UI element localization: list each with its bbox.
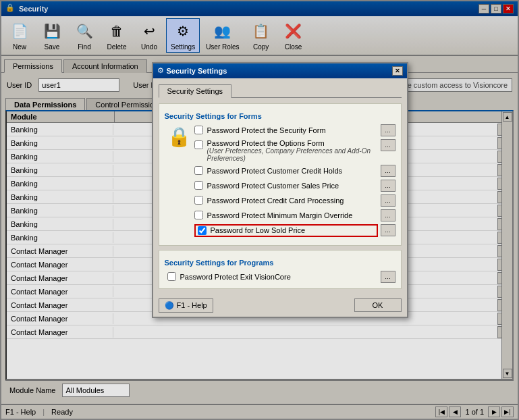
main-window: 🔒 Security ─ □ ✕ 📄 New 💾 Save 🔍 Find 🗑 D… [0,0,519,420]
pp-options-more-btn[interactable]: … [381,139,395,151]
modal-footer: 🔵 F1 - Help OK [153,294,407,317]
section-programs-label: Security Settings for Programs [165,259,395,267]
pp-options-checkbox[interactable] [194,140,203,149]
modal-help-btn[interactable]: 🔵 F1 - Help [159,298,213,313]
checkbox-row-6: Password Protect Minimum Margin Override… [165,209,395,221]
checkbox-row-7: Password for Low Sold Price … [165,224,395,237]
pp-options-group: Password Protect the Options Form (User … [207,139,381,162]
pp-credit-holds-checkbox[interactable] [194,166,203,175]
pp-exit-checkbox[interactable] [167,272,176,281]
pp-exit-label: Password Protect Exit VisionCore [180,273,381,281]
modal-close-btn[interactable]: ✕ [392,66,403,76]
pp-margin-checkbox[interactable] [194,211,203,219]
checkbox-row-4: Password Protect Customer Sales Price … [165,180,395,192]
checkbox-row-exit: Password Protect Exit VisionCore … [165,271,395,283]
forms-top-section: 🔒 Password Protect the Security Form … [165,124,395,165]
lock-icon-container: 🔒 [165,124,194,165]
forms-checkboxes: Password Protect the Security Form … Pas… [194,124,395,165]
help-icon: 🔵 [165,301,174,310]
pp-options-note: (User Preferences, Company Preferences a… [207,147,381,162]
pp-credit-card-label: Password Protect Credit Card Processing [207,196,381,205]
pp-sales-price-more-btn[interactable]: … [381,180,395,192]
pp-security-label: Password Protect the Security Form [207,126,381,134]
pp-security-more-btn[interactable]: … [381,124,395,136]
pp-low-sold-more-btn[interactable]: … [381,224,395,236]
checkbox-row-3: Password Protect Customer Credit Holds … [165,165,395,177]
security-settings-modal: ⚙ Security Settings ✕ Security Settings … [152,62,408,318]
modal-ok-btn[interactable]: OK [354,298,402,312]
modal-title: Security Settings [167,67,392,75]
checkbox-row-2: Password Protect the Options Form (User … [194,139,395,162]
pp-low-sold-label: Password for Low Sold Price [211,226,375,234]
low-sold-price-highlight: Password for Low Sold Price [194,224,378,237]
checkbox-row-1: Password Protect the Security Form … [194,124,395,136]
pp-sales-price-label: Password Protect Customer Sales Price [207,182,381,190]
lock-icon: 🔒 [167,126,191,148]
pp-options-label: Password Protect the Options Form [207,139,381,147]
modal-tab-bar: Security Settings [159,84,402,98]
section-forms: Security Settings for Forms 🔒 Password P… [159,103,402,246]
pp-credit-holds-more-btn[interactable]: … [381,165,395,177]
pp-exit-more-btn[interactable]: … [381,271,395,283]
modal-tab-settings[interactable]: Security Settings [159,84,232,98]
pp-sales-price-checkbox[interactable] [194,181,203,190]
pp-credit-card-more-btn[interactable]: … [381,194,395,207]
pp-credit-card-checkbox[interactable] [194,196,203,205]
checkbox-row-5: Password Protect Credit Card Processing … [165,194,395,207]
section-programs: Security Settings for Programs Password … [159,250,402,289]
section-forms-label: Security Settings for Forms [165,112,395,120]
pp-credit-holds-label: Password Protect Customer Credit Holds [207,167,381,175]
pp-low-sold-checkbox[interactable] [198,226,207,235]
modal-body: Security Settings Security Settings for … [153,78,407,294]
modal-icon: ⚙ [157,66,164,75]
pp-margin-more-btn[interactable]: … [381,209,395,221]
pp-security-checkbox[interactable] [194,126,203,134]
modal-title-bar: ⚙ Security Settings ✕ [153,63,407,78]
pp-margin-label: Password Protect Minimum Margin Override [207,211,381,219]
modal-overlay: ⚙ Security Settings ✕ Security Settings … [1,1,518,419]
